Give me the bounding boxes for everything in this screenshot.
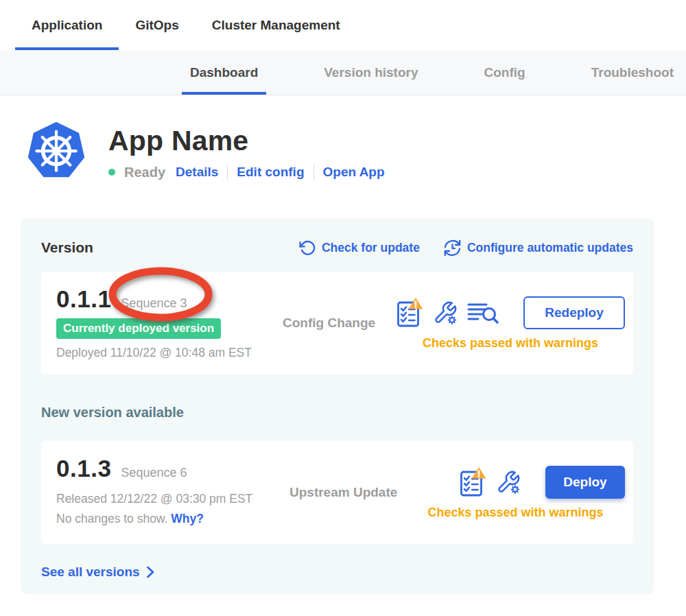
no-changes-text: No changes to show. (56, 512, 167, 525)
released-timestamp: Released 12/12/22 @ 03:30 pm EST (56, 492, 289, 506)
secondary-nav: Dashboard Version history Config Trouble… (0, 50, 686, 95)
new-version-heading: New version available (41, 405, 633, 422)
view-files-diff-icon[interactable] (467, 300, 499, 325)
redeploy-button[interactable]: Redeploy (523, 296, 625, 329)
version-section: Version Check for update (21, 218, 654, 594)
version-section-header: Version Check for update (41, 237, 633, 258)
version-section-title: Version (41, 239, 299, 256)
preflight-checklist-icon[interactable] (459, 466, 486, 498)
configure-automatic-updates-label: Configure automatic updates (467, 241, 633, 255)
no-changes-note: No changes to show. Why? (56, 512, 289, 526)
check-for-update-link[interactable]: Check for update (299, 239, 420, 257)
open-app-link[interactable]: Open App (323, 165, 385, 180)
status-text: Ready (124, 165, 165, 180)
ready-status-dot-icon (108, 169, 115, 176)
see-all-versions-label: See all versions (41, 565, 140, 580)
tab-dashboard[interactable]: Dashboard (182, 50, 266, 95)
current-version-source: Config Change (283, 316, 375, 331)
app-header: App Name Ready Details Edit config Open … (25, 121, 686, 184)
primary-nav: Application GitOps Cluster Management (0, 0, 686, 50)
app-status-row: Ready Details Edit config Open App (108, 165, 385, 180)
check-for-update-label: Check for update (322, 241, 420, 255)
details-link[interactable]: Details (176, 165, 218, 180)
tab-gitops[interactable]: GitOps (119, 0, 195, 50)
available-version-source: Upstream Update (289, 485, 397, 500)
current-version-sequence: Sequence 3 (121, 296, 187, 311)
see-all-versions-link[interactable]: See all versions (41, 565, 155, 580)
current-version-number: 0.1.1 (56, 285, 111, 313)
configure-automatic-updates-link[interactable]: Configure automatic updates (443, 239, 633, 257)
available-version-number: 0.1.3 (56, 455, 111, 482)
tab-application[interactable]: Application (15, 0, 119, 50)
tab-version-history[interactable]: Version history (316, 50, 426, 95)
divider (227, 165, 228, 180)
deploy-button[interactable]: Deploy (545, 466, 625, 499)
available-version-card: 0.1.3 Sequence 6 Released 12/12/22 @ 03:… (41, 441, 633, 544)
current-version-card: 0.1.1 Sequence 3 Currently deployed vers… (41, 272, 633, 375)
available-version-sequence: Sequence 6 (121, 466, 187, 480)
tab-cluster-management[interactable]: Cluster Management (196, 0, 357, 50)
kubernetes-logo (25, 121, 88, 184)
divider (314, 165, 314, 180)
chevron-right-icon (146, 565, 155, 579)
why-link[interactable]: Why? (171, 512, 204, 525)
preflight-checks-status: Checks passed with warnings (406, 506, 625, 520)
preflight-checklist-icon[interactable] (396, 297, 423, 329)
tab-troubleshoot[interactable]: Troubleshoot (583, 50, 682, 95)
wrench-gear-icon[interactable] (496, 470, 521, 495)
page-title: App Name (108, 125, 385, 157)
deployed-timestamp: Deployed 11/10/22 @ 10:48 am EST (56, 346, 283, 360)
currently-deployed-badge: Currently deployed version (56, 318, 221, 339)
clock-refresh-icon (443, 239, 462, 257)
refresh-icon (299, 239, 316, 257)
edit-config-link[interactable]: Edit config (237, 165, 304, 180)
preflight-checks-status: Checks passed with warnings (396, 336, 625, 351)
wrench-gear-icon[interactable] (433, 300, 458, 325)
tab-config[interactable]: Config (476, 50, 534, 95)
